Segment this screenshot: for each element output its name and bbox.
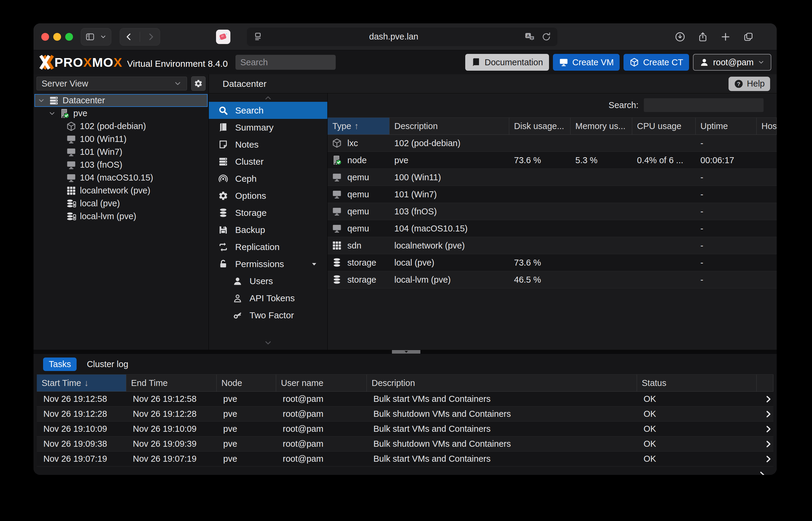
nav-item-summary[interactable]: Summary (209, 119, 327, 136)
create-vm-button[interactable]: Create VM (553, 54, 620, 71)
description-cell: 102 (pod-debian) (389, 138, 509, 148)
task-column-header-node[interactable]: Node (217, 375, 276, 391)
translate-icon[interactable] (524, 32, 535, 42)
reader-icon[interactable] (253, 32, 263, 42)
sidebar-toggle-icon[interactable] (85, 32, 95, 42)
nav-scroll-up[interactable] (209, 94, 327, 102)
global-search-input[interactable] (236, 55, 336, 70)
tree-item-101-win7[interactable]: 101 (Win7) (34, 145, 208, 158)
resource-row-local-pve[interactable]: storagelocal (pve)73.6 %- (328, 254, 777, 271)
task-row[interactable]: Nov 26 19:12:58Nov 26 19:12:58pveroot@pa… (37, 392, 773, 407)
resource-row-103-fnos[interactable]: qemu103 (fnOS)- (328, 203, 777, 220)
tree-item-100-win11[interactable]: 100 (Win11) (34, 133, 208, 145)
nav-item-label: Users (249, 276, 273, 286)
task-column-header-description[interactable]: Description (367, 375, 637, 391)
task-column-header-status[interactable]: Status (637, 375, 757, 391)
task-node-cell: pve (217, 424, 276, 434)
window-controls (41, 33, 73, 41)
task-row[interactable]: Nov 26 19:07:19Nov 26 19:07:19pveroot@pa… (37, 452, 773, 467)
column-header-type[interactable]: Type↑ (328, 118, 389, 134)
nav-item-api-tokens[interactable]: API Tokens (209, 290, 327, 307)
type-cell: storage (328, 257, 389, 268)
tree-item-local-lvm-pve[interactable]: local-lvm (pve) (34, 210, 208, 223)
chevron-down-icon (758, 59, 765, 66)
monitor-icon (332, 172, 342, 182)
tree-item-localnetwork-pve[interactable]: localnetwork (pve) (34, 184, 208, 197)
tree-item-label: Datacenter (63, 95, 105, 106)
help-button[interactable]: Help (729, 77, 770, 91)
documentation-button[interactable]: Documentation (465, 54, 549, 71)
column-header-description[interactable]: Description (389, 118, 509, 134)
column-header-uptime[interactable]: Uptime (696, 118, 757, 134)
address-bar[interactable]: dash.pve.lan (247, 27, 557, 46)
nav-item-two-factor[interactable]: Two Factor (209, 307, 327, 324)
view-selector[interactable]: Server View (37, 77, 187, 90)
tree-item-103-fnos[interactable]: 103 (fnOS) (34, 158, 208, 171)
resource-row-101-win7[interactable]: qemu101 (Win7)- (328, 186, 777, 203)
unlock-icon (218, 259, 229, 269)
sidebar-chevron-down-icon[interactable] (100, 33, 107, 40)
column-header-cpu-usage[interactable]: CPU usage (632, 118, 696, 134)
resource-search-input[interactable] (644, 98, 764, 112)
nav-item-users[interactable]: Users (209, 272, 327, 290)
db-icon (218, 208, 229, 218)
tabs-overview-icon[interactable] (743, 31, 754, 42)
tree-item-local-pve[interactable]: local (pve) (34, 197, 208, 210)
download-icon[interactable] (675, 31, 686, 42)
resource-row-102-pod-debian[interactable]: lxc102 (pod-debian)- (328, 135, 777, 152)
task-detail-cell (757, 440, 773, 448)
tree-settings-button[interactable] (191, 76, 206, 91)
task-row[interactable]: Nov 26 19:09:38Nov 26 19:09:39pveroot@pa… (37, 436, 773, 452)
task-start-cell: Nov 26 19:09:38 (37, 439, 126, 449)
chevron-right-icon (764, 425, 772, 433)
chevron-right-icon (764, 455, 772, 463)
nav-scroll-down[interactable] (209, 339, 327, 347)
tree-item-pve[interactable]: pve (34, 107, 208, 120)
task-row[interactable]: Nov 26 19:10:09Nov 26 19:10:09pveroot@pa… (37, 422, 773, 436)
reload-icon[interactable] (541, 32, 551, 42)
resource-row-104-macos10-15[interactable]: qemu104 (macOS10.15)- (328, 220, 777, 237)
close-window-button[interactable] (41, 33, 49, 41)
back-icon[interactable] (124, 32, 134, 42)
column-header-host[interactable]: Host (757, 118, 777, 134)
column-header-disk-usage[interactable]: Disk usage... (509, 118, 571, 134)
tree-item-102-pod-debian[interactable]: 102 (pod-debian) (34, 120, 208, 133)
resource-row-100-win11[interactable]: qemu100 (Win11)- (328, 169, 777, 186)
nav-item-ceph[interactable]: Ceph (209, 170, 327, 187)
task-column-header-start-time[interactable]: Start Time↓ (37, 375, 126, 391)
nav-item-options[interactable]: Options (209, 187, 327, 204)
new-tab-icon[interactable] (720, 31, 731, 42)
splitter-handle[interactable] (392, 350, 420, 354)
resource-row-local-lvm-pve[interactable]: storagelocal-lvm (pve)46.5 %- (328, 271, 777, 288)
column-header-memory-us[interactable]: Memory us... (571, 118, 632, 134)
nav-item-search[interactable]: Search (209, 102, 327, 119)
task-status-cell: OK (637, 394, 757, 404)
task-column-header-end-time[interactable]: End Time (126, 375, 217, 391)
tree-item-datacenter[interactable]: Datacenter (34, 94, 208, 107)
zoom-window-button[interactable] (65, 33, 73, 41)
tasks-grid-body: Nov 26 19:12:58Nov 26 19:12:58pveroot@pa… (37, 392, 773, 467)
task-row[interactable]: Nov 26 19:12:28Nov 26 19:12:28pveroot@pa… (37, 407, 773, 422)
task-column-header-user-name[interactable]: User name (276, 375, 367, 391)
panel-splitter[interactable] (33, 350, 777, 354)
forward-icon[interactable] (146, 32, 156, 42)
nav-item-backup[interactable]: Backup (209, 221, 327, 239)
create-ct-button[interactable]: Create CT (623, 54, 689, 71)
tab-tasks[interactable]: Tasks (43, 358, 77, 371)
tab-cluster-log[interactable]: Cluster log (87, 359, 128, 369)
resource-row-localnetwork-pve[interactable]: sdnlocalnetwork (pve)- (328, 237, 777, 254)
resource-row-pve[interactable]: nodepve73.6 %5.3 %0.4% of 6 ...00:06:17 (328, 152, 777, 169)
tree-item-104-macos10-15[interactable]: 104 (macOS10.15) (34, 171, 208, 184)
url-text[interactable]: dash.pve.lan (263, 32, 524, 42)
nav-item-cluster[interactable]: Cluster (209, 153, 327, 170)
type-cell: qemu (328, 223, 389, 233)
user-menu-button[interactable]: root@pam (693, 54, 771, 71)
nav-item-permissions[interactable]: Permissions (209, 255, 327, 272)
nav-item-notes[interactable]: Notes (209, 136, 327, 153)
nav-item-storage[interactable]: Storage (209, 204, 327, 221)
minimize-window-button[interactable] (53, 33, 61, 41)
share-icon[interactable] (697, 31, 708, 42)
nav-item-replication[interactable]: Replication (209, 239, 327, 255)
type-label: lxc (348, 138, 358, 148)
tree-item-label: 104 (macOS10.15) (80, 173, 153, 183)
